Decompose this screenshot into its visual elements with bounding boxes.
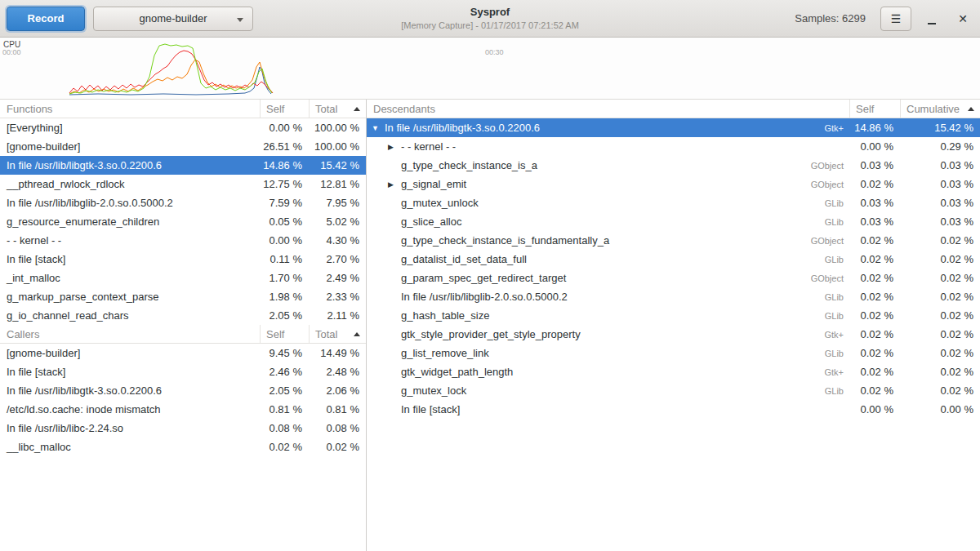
cpu-timeline[interactable]: CPU 00:00 00:30 bbox=[0, 38, 980, 100]
function-name-cell: g_resource_enumerate_children bbox=[0, 216, 260, 228]
total-percent: 0.02 % bbox=[900, 234, 980, 247]
total-percent: 100.00 % bbox=[309, 122, 366, 134]
total-percent: 0.02 % bbox=[309, 441, 366, 453]
table-row[interactable]: ▶g_signal_emitGObject0.02 %0.03 % bbox=[367, 175, 980, 193]
table-row[interactable]: /etc/ld.so.cache: inode mismatch0.81 %0.… bbox=[0, 400, 366, 419]
self-percent: 2.46 % bbox=[260, 366, 309, 378]
table-row[interactable]: g_mutex_lockGLib0.02 %0.02 % bbox=[367, 381, 980, 400]
functions-column-header[interactable]: Functions bbox=[0, 100, 260, 118]
self-percent: 0.02 % bbox=[849, 309, 900, 322]
table-row[interactable]: __libc_malloc0.02 %0.02 % bbox=[0, 438, 366, 456]
expand-arrow-icon[interactable]: ▶ bbox=[388, 180, 401, 189]
library-tag: Gtk+ bbox=[816, 330, 849, 340]
table-row[interactable]: [gnome-builder]26.51 %100.00 % bbox=[0, 137, 366, 156]
functions-table: [Everything]0.00 %100.00 %[gnome-builder… bbox=[0, 118, 366, 325]
main-content: Functions Self Total [Everything]0.00 %1… bbox=[0, 100, 980, 551]
function-name: g_io_channel_read_chars bbox=[7, 309, 129, 322]
table-row[interactable]: gtk_style_provider_get_style_propertyGtk… bbox=[367, 325, 980, 344]
self-percent: 2.05 % bbox=[260, 309, 309, 322]
function-name-cell: In file /usr/lib/libglib-2.0.so.0.5000.2 bbox=[0, 197, 260, 209]
total-percent: 0.03 % bbox=[900, 197, 980, 209]
descendants-cumulative-column-header[interactable]: Cumulative bbox=[900, 100, 980, 118]
table-row[interactable]: g_hash_table_sizeGLib0.02 %0.02 % bbox=[367, 306, 980, 325]
self-percent: 9.45 % bbox=[260, 347, 309, 359]
table-row[interactable]: g_type_check_instance_is_fundamentally_a… bbox=[367, 231, 980, 250]
table-row[interactable]: In file /usr/lib/libgtk-3.so.0.2200.62.0… bbox=[0, 381, 366, 400]
table-row[interactable]: g_list_remove_linkGLib0.02 %0.02 % bbox=[367, 344, 980, 362]
table-row[interactable]: g_slice_allocGLib0.03 %0.03 % bbox=[367, 212, 980, 231]
function-name-cell: [gnome-builder] bbox=[0, 140, 260, 153]
table-row[interactable]: g_resource_enumerate_children0.05 %5.02 … bbox=[0, 212, 366, 231]
self-percent: 0.03 % bbox=[849, 159, 900, 171]
library-tag: Gtk+ bbox=[816, 123, 849, 133]
library-tag: GLib bbox=[817, 386, 849, 396]
self-percent: 0.02 % bbox=[849, 234, 900, 247]
target-process-selector[interactable]: gnome-builder bbox=[93, 7, 253, 31]
descendants-self-column-header[interactable]: Self bbox=[849, 100, 900, 118]
self-percent: 7.59 % bbox=[260, 197, 309, 209]
total-percent: 5.02 % bbox=[309, 216, 366, 228]
callers-table: [gnome-builder]9.45 %14.49 %In file [sta… bbox=[0, 344, 366, 456]
sort-indicator-icon bbox=[354, 107, 360, 111]
total-percent: 0.02 % bbox=[900, 366, 980, 378]
library-tag: GLib bbox=[817, 349, 849, 358]
library-tag: GLib bbox=[817, 292, 849, 302]
table-row[interactable]: ▼In file /usr/lib/libgtk-3.so.0.2200.6Gt… bbox=[367, 118, 980, 137]
functions-total-column-header[interactable]: Total bbox=[309, 100, 366, 118]
function-name-cell: g_type_check_instance_is_fundamentally_a… bbox=[367, 234, 849, 247]
function-name-cell: _int_malloc bbox=[0, 272, 260, 284]
collapse-arrow-icon[interactable]: ▼ bbox=[372, 124, 385, 132]
window-title: Sysprof bbox=[401, 6, 579, 18]
descendants-column-header[interactable]: Descendants bbox=[367, 100, 849, 118]
function-name: g_hash_table_size bbox=[401, 309, 489, 322]
left-pane-empty-area bbox=[0, 456, 366, 551]
table-row[interactable]: g_param_spec_get_redirect_targetGObject0… bbox=[367, 269, 980, 287]
functions-self-column-header[interactable]: Self bbox=[260, 100, 309, 118]
total-percent: 0.02 % bbox=[900, 384, 980, 397]
table-row[interactable]: [Everything]0.00 %100.00 % bbox=[0, 118, 366, 137]
table-row[interactable]: In file [stack]2.46 %2.48 % bbox=[0, 362, 366, 381]
self-percent: 1.98 % bbox=[260, 291, 309, 303]
table-row[interactable]: __pthread_rwlock_rdlock12.75 %12.81 % bbox=[0, 175, 366, 193]
self-percent: 0.05 % bbox=[260, 216, 309, 228]
total-percent: 2.06 % bbox=[309, 384, 366, 397]
self-percent: 2.05 % bbox=[260, 384, 309, 397]
library-tag: GLib bbox=[817, 198, 849, 208]
table-row[interactable]: g_markup_parse_context_parse1.98 %2.33 % bbox=[0, 287, 366, 306]
table-row[interactable]: g_datalist_id_set_data_fullGLib0.02 %0.0… bbox=[367, 250, 980, 269]
table-row[interactable]: In file /usr/lib/libglib-2.0.so.0.5000.2… bbox=[367, 287, 980, 306]
total-percent: 2.11 % bbox=[309, 309, 366, 322]
callers-self-column-header[interactable]: Self bbox=[260, 325, 309, 343]
table-row[interactable]: In file /usr/lib/libc-2.24.so0.08 %0.08 … bbox=[0, 419, 366, 438]
function-name: In file /usr/lib/libc-2.24.so bbox=[7, 422, 123, 434]
table-row[interactable]: In file [stack]0.11 %2.70 % bbox=[0, 250, 366, 269]
table-row[interactable]: g_io_channel_read_chars2.05 %2.11 % bbox=[0, 306, 366, 325]
function-name: [gnome-builder] bbox=[7, 140, 80, 153]
table-row[interactable]: - - kernel - -0.00 %4.30 % bbox=[0, 231, 366, 250]
minimize-button[interactable] bbox=[921, 8, 942, 29]
total-percent: 2.49 % bbox=[309, 272, 366, 284]
callers-total-column-header[interactable]: Total bbox=[309, 325, 366, 343]
self-percent: 14.86 % bbox=[260, 159, 309, 171]
menu-button[interactable]: ☰ bbox=[880, 7, 911, 31]
table-row[interactable]: [gnome-builder]9.45 %14.49 % bbox=[0, 344, 366, 362]
self-percent: 26.51 % bbox=[260, 140, 309, 153]
self-percent: 0.11 % bbox=[260, 253, 309, 265]
function-name-cell: [gnome-builder] bbox=[0, 347, 260, 359]
callers-column-header[interactable]: Callers bbox=[0, 325, 260, 343]
table-row[interactable]: g_type_check_instance_is_aGObject0.03 %0… bbox=[367, 156, 980, 175]
table-row[interactable]: In file /usr/lib/libglib-2.0.so.0.5000.2… bbox=[0, 193, 366, 212]
table-row[interactable]: gtk_widget_path_lengthGtk+0.02 %0.02 % bbox=[367, 362, 980, 381]
expand-arrow-icon[interactable]: ▶ bbox=[388, 143, 401, 151]
table-row[interactable]: _int_malloc1.70 %2.49 % bbox=[0, 269, 366, 287]
function-name: _int_malloc bbox=[7, 272, 60, 284]
table-row[interactable]: In file /usr/lib/libgtk-3.so.0.2200.614.… bbox=[0, 156, 366, 175]
function-name: In file [stack] bbox=[401, 403, 460, 415]
descendants-table: ▼In file /usr/lib/libgtk-3.so.0.2200.6Gt… bbox=[367, 118, 980, 419]
table-row[interactable]: In file [stack]0.00 %0.00 % bbox=[367, 400, 980, 419]
close-button[interactable]: ✕ bbox=[952, 8, 973, 29]
table-row[interactable]: ▶- - kernel - -0.00 %0.29 % bbox=[367, 137, 980, 156]
record-button[interactable]: Record bbox=[7, 7, 85, 31]
headerbar: Record gnome-builder Sysprof [Memory Cap… bbox=[0, 0, 980, 38]
table-row[interactable]: g_mutex_unlockGLib0.03 %0.03 % bbox=[367, 193, 980, 212]
